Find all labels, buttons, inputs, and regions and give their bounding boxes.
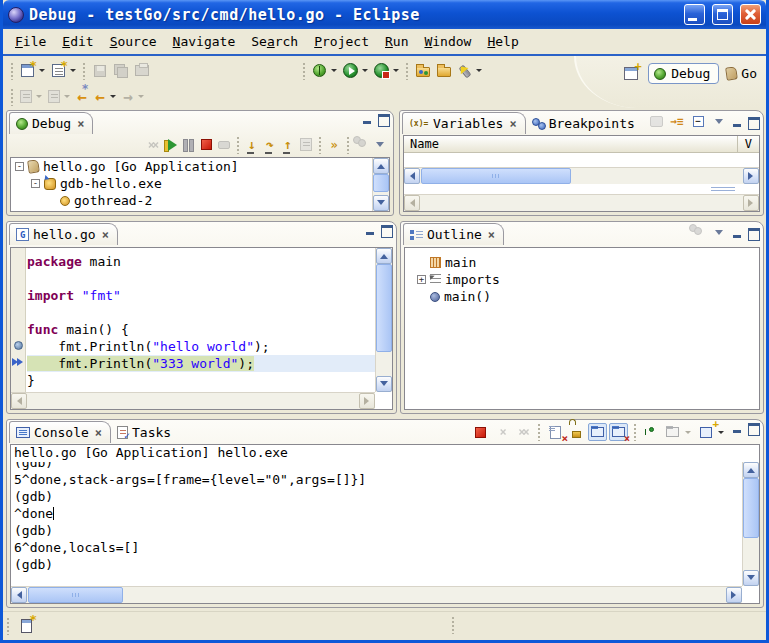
editor-minimize-icon[interactable] xyxy=(364,224,377,236)
tree-row[interactable]: -gdb-hello.exe xyxy=(11,175,372,192)
suspend-button[interactable] xyxy=(179,136,197,153)
run-launch-dropdown[interactable] xyxy=(362,69,368,72)
display-console-dropdown[interactable] xyxy=(685,431,691,434)
tree-row[interactable]: -hello.go [Go Application] xyxy=(11,158,372,175)
print-button[interactable] xyxy=(131,60,152,81)
scroll-lock-button[interactable] xyxy=(567,423,586,441)
scrollbar-thumb[interactable] xyxy=(28,587,123,603)
toolbar-grip[interactable] xyxy=(302,62,306,80)
disconnect-button[interactable] xyxy=(215,136,233,153)
menu-item-window[interactable]: Window xyxy=(416,32,479,51)
variables-maximize-icon[interactable] xyxy=(747,116,760,128)
expander-icon[interactable]: + xyxy=(417,275,426,284)
scroll-right-button[interactable] xyxy=(743,195,759,211)
search-button[interactable] xyxy=(454,60,475,81)
remove-launch-button[interactable]: × xyxy=(492,423,511,441)
pin-console-button[interactable] xyxy=(642,423,661,441)
debug-maximize-icon[interactable] xyxy=(377,113,390,125)
save-all-button[interactable] xyxy=(110,60,131,81)
column-divider[interactable] xyxy=(737,136,738,152)
step-return-button[interactable]: ↑ xyxy=(279,136,297,153)
new-element-button[interactable] xyxy=(48,60,69,81)
variables-view-menu-button[interactable] xyxy=(710,113,728,130)
code-line[interactable]: fmt.Println("hello world"); xyxy=(27,338,375,355)
console-terminate-button[interactable] xyxy=(471,423,490,441)
display-selected-console-button[interactable] xyxy=(663,423,682,441)
tree-row[interactable]: main() xyxy=(413,288,759,305)
detail-pane-scrollbar[interactable] xyxy=(404,194,759,211)
remove-terminated-button[interactable]: ×× xyxy=(143,136,161,153)
new-wizard-button[interactable] xyxy=(17,60,38,81)
editor-tab-close-icon[interactable]: × xyxy=(102,229,109,241)
console-horizontal-scrollbar[interactable] xyxy=(11,586,742,603)
menu-item-help[interactable]: Help xyxy=(479,32,526,51)
tab-breakpoints[interactable]: Breakpoints xyxy=(526,113,643,134)
tab-tasks[interactable]: Tasks xyxy=(111,422,179,443)
variables-minimize-icon[interactable] xyxy=(731,116,744,128)
forward-button[interactable]: → xyxy=(119,88,137,106)
console-vertical-scrollbar[interactable] xyxy=(742,462,759,586)
scrollbar-thumb[interactable] xyxy=(421,168,571,184)
console-text-area[interactable]: (gdb)5^done,stack-args=[frame={level="0"… xyxy=(11,462,742,586)
expander-icon[interactable]: - xyxy=(15,162,24,171)
debug-tab-close-icon[interactable]: × xyxy=(77,118,84,130)
code-line[interactable] xyxy=(27,304,375,321)
tab-outline[interactable]: Outline × xyxy=(403,223,504,245)
link-with-editor-button[interactable] xyxy=(689,224,707,241)
scroll-left-button[interactable] xyxy=(404,168,420,184)
new-element-dropdown[interactable] xyxy=(70,69,76,72)
new-wizard-dropdown[interactable] xyxy=(39,69,45,72)
console-maximize-icon[interactable] xyxy=(747,422,760,434)
tree-row[interactable]: - xyxy=(11,209,372,211)
title-bar[interactable]: Debug - testGo/src/cmd/hello.go - Eclips… xyxy=(3,0,766,29)
scroll-up-button[interactable] xyxy=(376,248,392,264)
scroll-left-button[interactable] xyxy=(404,195,420,211)
debug-view-menu-button[interactable] xyxy=(371,136,389,153)
external-tools-dropdown[interactable] xyxy=(393,69,399,72)
code-line[interactable] xyxy=(27,270,375,287)
variables-horizontal-scrollbar[interactable] xyxy=(404,167,759,184)
menu-item-edit[interactable]: Edit xyxy=(54,32,101,51)
profile-button[interactable] xyxy=(353,136,371,153)
detail-pane-sash[interactable] xyxy=(711,187,735,192)
next-annotation-dropdown[interactable] xyxy=(36,95,42,98)
use-step-filters-button[interactable]: » xyxy=(325,136,343,153)
debug-minimize-icon[interactable] xyxy=(361,113,374,125)
show-logical-structure-button[interactable]: →≡ xyxy=(668,113,686,130)
scroll-left-button[interactable] xyxy=(11,393,27,409)
external-tools-button[interactable] xyxy=(371,60,392,81)
show-stderr-button[interactable] xyxy=(609,423,628,441)
menu-item-source[interactable]: Source xyxy=(102,32,165,51)
menu-item-search[interactable]: Search xyxy=(243,32,306,51)
menu-item-navigate[interactable]: Navigate xyxy=(165,32,244,51)
minimize-button[interactable] xyxy=(684,4,705,25)
close-button[interactable] xyxy=(740,4,761,25)
open-perspective-button[interactable] xyxy=(620,63,641,84)
search-dropdown[interactable] xyxy=(476,69,482,72)
editor-ruler[interactable] xyxy=(11,248,26,392)
clear-console-button[interactable] xyxy=(546,423,565,441)
tree-row[interactable]: main xyxy=(413,254,759,271)
open-console-dropdown[interactable] xyxy=(718,431,724,434)
next-annotation-button[interactable] xyxy=(17,88,35,106)
tab-console[interactable]: Console × xyxy=(9,421,111,443)
menu-item-run[interactable]: Run xyxy=(377,32,416,51)
scroll-down-button[interactable] xyxy=(376,376,392,392)
toolbar-grip[interactable] xyxy=(10,62,14,80)
tab-debug[interactable]: Debug × xyxy=(9,112,93,134)
column-name[interactable]: Name xyxy=(410,137,439,151)
toolbar-grip[interactable] xyxy=(82,62,86,80)
instruction-pointer-icon[interactable] xyxy=(12,358,24,367)
last-edit-location-button[interactable]: ← xyxy=(73,88,91,106)
scroll-left-button[interactable] xyxy=(11,587,27,603)
editor-maximize-icon[interactable] xyxy=(380,224,393,236)
debug-vertical-scrollbar[interactable] xyxy=(372,158,389,211)
scroll-right-button[interactable] xyxy=(743,168,759,184)
toolbar-grip[interactable] xyxy=(405,62,409,80)
step-into-button[interactable]: ↓ xyxy=(243,136,261,153)
code-line[interactable]: import "fmt" xyxy=(27,287,375,304)
drop-to-frame-button[interactable] xyxy=(297,136,315,153)
editor-vertical-scrollbar[interactable] xyxy=(375,248,392,392)
console-tab-close-icon[interactable]: × xyxy=(95,427,102,439)
tab-variables[interactable]: Variables × xyxy=(402,112,526,134)
